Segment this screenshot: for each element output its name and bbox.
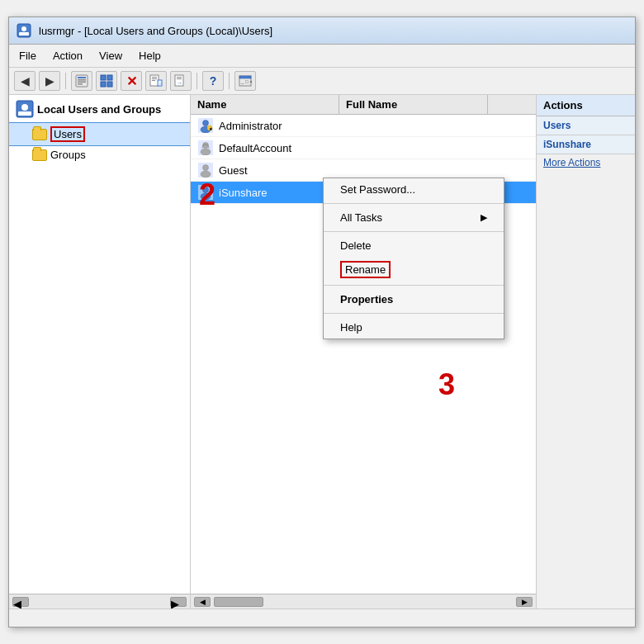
folder-icon-groups (32, 149, 47, 161)
svg-rect-6 (78, 82, 86, 83)
arrow-icon: ▶ (481, 212, 487, 223)
tree-item-users[interactable]: Users (9, 123, 190, 145)
svg-point-35 (201, 149, 211, 155)
tree-item-groups[interactable]: Groups (9, 145, 190, 164)
ctx-delete[interactable]: Delete (324, 234, 504, 257)
user-icon-guest (197, 162, 214, 178)
ctx-help[interactable]: Help (324, 316, 504, 339)
svg-text:→: → (159, 81, 163, 86)
name-administrator: Administrator (219, 120, 343, 132)
grid-button[interactable] (96, 71, 117, 91)
svg-text:→: → (176, 79, 182, 87)
right-scroll-left[interactable]: ◀ (194, 597, 211, 607)
svg-point-40 (203, 187, 209, 193)
action-panel-header: Actions (537, 95, 635, 116)
help-button[interactable]: ? (202, 71, 224, 91)
ctx-all-tasks[interactable]: All Tasks ▶ (324, 206, 504, 229)
svg-point-37 (203, 165, 209, 171)
action-panel-sub: Users (537, 116, 635, 135)
col-name[interactable]: Name (191, 95, 339, 114)
svg-rect-5 (78, 79, 86, 81)
ctx-set-password[interactable]: Set Password... (324, 178, 504, 201)
action-panel-sub2: iSunshare (537, 135, 635, 154)
svg-rect-11 (107, 82, 112, 87)
svg-rect-19 (177, 77, 182, 78)
toolbar-sep1 (65, 73, 66, 89)
folder-icon-users (32, 129, 47, 140)
main-content: 1 Local Users and Groups Users Groups ◀ (9, 95, 635, 608)
row-administrator[interactable]: ★ Administrator (191, 115, 536, 137)
tree-root: Local Users and Groups (9, 95, 190, 123)
left-scrollbar[interactable]: ◀ ▶ (9, 594, 190, 608)
svg-rect-15 (152, 80, 155, 81)
toolbar-sep3 (229, 73, 230, 89)
col-fullname[interactable]: Full Name (339, 95, 488, 114)
menu-file[interactable]: File (12, 47, 43, 64)
back-button[interactable]: ◀ (14, 71, 36, 91)
name-guest: Guest (219, 164, 343, 177)
left-scroll-left[interactable]: ◀ (12, 597, 29, 607)
ctx-sep1 (324, 203, 504, 204)
svg-rect-14 (152, 78, 157, 79)
list-header: Name Full Name (191, 95, 536, 115)
main-window: lusrmgr - [Local Users and Groups (Local… (8, 17, 636, 627)
users-label: Users (50, 126, 85, 142)
ctx-sep3 (324, 285, 504, 286)
user-icon-administrator: ★ (197, 117, 214, 134)
context-menu: Set Password... All Tasks ▶ Delete Renam… (323, 178, 504, 339)
right-scrollbar[interactable]: ◀ ▶ (191, 594, 536, 608)
right-scroll-right[interactable]: ▶ (516, 597, 533, 607)
menu-action[interactable]: Action (46, 47, 89, 64)
svg-rect-4 (78, 77, 86, 78)
forward-button[interactable]: ▶ (39, 71, 60, 91)
menu-bar: File Action View Help (9, 45, 635, 68)
svg-point-38 (201, 171, 211, 178)
window-title: lusrmgr - [Local Users and Groups (Local… (39, 25, 272, 37)
svg-text:_ □ ×: _ □ × (240, 79, 252, 84)
right-panel: 2 Name Full Name ★ (191, 95, 536, 608)
name-defaultaccount: DefaultAccount (219, 142, 343, 154)
groups-label: Groups (50, 149, 86, 161)
ctx-sep2 (324, 231, 504, 232)
action-panel: Actions Users iSunshare More Actions (536, 95, 635, 608)
app-icon (16, 22, 32, 39)
properties-button[interactable] (71, 71, 92, 91)
tree-root-label: Local Users and Groups (37, 103, 161, 116)
status-bar (9, 608, 635, 627)
svg-rect-10 (101, 82, 106, 87)
console-button[interactable]: _ □ × (234, 71, 256, 91)
svg-rect-8 (101, 75, 106, 80)
ctx-sep4 (324, 313, 504, 314)
user-icon-defaultaccount (197, 140, 214, 156)
left-panel: 1 Local Users and Groups Users Groups ◀ (9, 95, 191, 608)
export-button[interactable]: → (145, 71, 167, 91)
ctx-rename[interactable]: Rename (324, 257, 504, 282)
svg-rect-27 (18, 111, 31, 116)
import-button[interactable]: → (170, 71, 192, 91)
svg-rect-23 (239, 76, 251, 78)
svg-point-26 (21, 104, 28, 111)
toolbar-sep2 (197, 73, 197, 89)
svg-point-41 (201, 193, 211, 200)
svg-rect-9 (107, 75, 112, 80)
left-scroll-right[interactable]: ▶ (170, 597, 187, 607)
user-icon-isunshare (197, 184, 214, 201)
right-scroll-thumb[interactable] (214, 597, 263, 607)
svg-rect-13 (152, 77, 157, 78)
rename-label: Rename (340, 261, 391, 278)
action-more-actions[interactable]: More Actions (537, 154, 635, 171)
title-bar: lusrmgr - [Local Users and Groups (Local… (9, 17, 635, 45)
menu-help[interactable]: Help (132, 47, 168, 64)
svg-point-1 (21, 26, 26, 31)
menu-view[interactable]: View (92, 47, 129, 64)
toolbar: ◀ ▶ ✕ (9, 68, 635, 95)
ctx-properties[interactable]: Properties (324, 288, 504, 310)
row-defaultaccount[interactable]: DefaultAccount (191, 137, 536, 159)
svg-point-29 (203, 121, 209, 126)
svg-rect-7 (78, 83, 83, 85)
delete-button[interactable]: ✕ (121, 71, 142, 91)
svg-rect-2 (19, 32, 29, 36)
